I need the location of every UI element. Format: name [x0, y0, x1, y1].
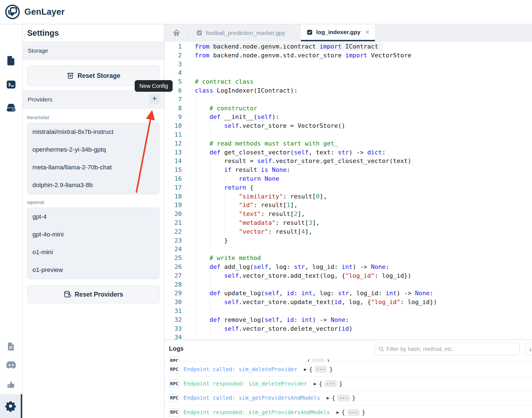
code-line: 6class LogIndexer(IContract): — [165, 86, 532, 95]
model-item[interactable]: o1-preview — [27, 261, 159, 279]
model-item[interactable]: o1-mini — [27, 243, 159, 261]
line-number: 33 — [165, 324, 187, 333]
log-message: Endpoint responded: sim_getProvidersAndM… — [183, 409, 330, 416]
files-icon[interactable] — [0, 55, 22, 67]
log-row[interactable]: RPCEndpoint responded: sim_deleteProvide… — [165, 377, 532, 391]
code-line: 5# contract class — [165, 77, 532, 86]
log-row[interactable]: RPCEndpoint called: sim_deleteProvider▶{… — [165, 362, 532, 377]
add-provider-button[interactable]: + — [150, 94, 160, 104]
ellipsis-button[interactable]: ... — [312, 359, 324, 362]
icon-rail — [0, 24, 23, 418]
code-line: 34 — [165, 333, 532, 340]
line-number: 29 — [165, 289, 187, 298]
top-bar: GenLayer — [0, 0, 532, 24]
logs-title: Logs — [169, 340, 184, 357]
code-line: 9 def __init__(self): — [165, 113, 532, 121]
code-line: 32 def remove_log(self, id: int) -> None… — [165, 315, 532, 324]
open-brace: { — [332, 394, 335, 401]
code-line: 20 "text": result[2], — [165, 210, 532, 218]
genlayer-studio: GenLayer Se — [0, 0, 532, 418]
line-number: 28 — [165, 280, 187, 289]
code-line: 11 — [165, 130, 532, 139]
provider-group-label: heuristai — [27, 114, 160, 121]
code-line: 2from backend.node.genvm.std.vector_stor… — [165, 51, 532, 60]
logs-panel: Logs ↓↑ RPC { ... } RPCEndpoint called: … — [165, 340, 532, 418]
line-number: 32 — [165, 315, 187, 324]
line-number: 21 — [165, 218, 187, 227]
file-check-icon — [196, 30, 203, 36]
docs-icon[interactable] — [0, 341, 22, 351]
log-row[interactable]: RPCEndpoint called: sim_getProvidersAndM… — [165, 391, 532, 406]
model-item[interactable]: gpt-4 — [27, 208, 159, 226]
rpc-badge: RPC — [169, 356, 180, 362]
thumbsup-icon[interactable] — [0, 380, 22, 390]
ellipsis-button[interactable]: ... — [337, 395, 350, 401]
log-filter-input[interactable] — [387, 346, 516, 352]
ellipsis-button[interactable]: ... — [315, 366, 327, 373]
rpc-badge: RPC — [169, 379, 180, 388]
code-line: 29 def update_log(self, id: int, log: st… — [165, 289, 532, 298]
expand-arrow-icon[interactable]: ▶ — [327, 396, 329, 400]
open-brace: { — [319, 380, 322, 387]
expand-arrow-icon[interactable]: ▶ — [304, 367, 307, 371]
ellipsis-button[interactable]: ... — [347, 409, 360, 416]
settings-gear-active[interactable] — [0, 394, 22, 418]
model-item[interactable]: dolphin-2.9-llama3-8b — [27, 176, 159, 194]
line-number: 2 — [165, 51, 187, 60]
line-number: 8 — [165, 104, 187, 113]
line-number: 31 — [165, 307, 187, 315]
log-row-clipped: RPC { ... } — [165, 355, 532, 362]
rpc-badge: RPC — [169, 394, 180, 402]
tab-label: football_prediction_market.gpy — [206, 30, 285, 36]
tab-label: log_indexer.gpy — [316, 29, 360, 35]
ellipsis-button[interactable]: ... — [324, 380, 337, 387]
code-line: 1from backend.node.genvm.icontract impor… — [165, 42, 532, 51]
tab-log-indexer[interactable]: log_indexer.gpy × — [301, 24, 375, 41]
code-line: 13 def get_closest_vector(self, text: st… — [165, 148, 532, 157]
code-area[interactable]: 1from backend.node.genvm.icontract impor… — [165, 42, 532, 340]
model-item[interactable]: meta-llama/llama-2-70b-chat — [27, 159, 159, 176]
code-line: 23 } — [165, 236, 532, 245]
log-filter — [375, 343, 520, 355]
reset-providers-button[interactable]: Reset Providers — [27, 286, 160, 303]
line-number: 17 — [165, 183, 187, 192]
log-message: Endpoint responded: sim_deleteProvider — [183, 381, 307, 387]
tab-football-prediction-market[interactable]: football_prediction_market.gpy — [188, 24, 293, 41]
expand-arrow-icon[interactable]: ▶ — [336, 410, 339, 414]
close-brace: } — [352, 394, 355, 401]
harddrive-icon[interactable] — [0, 102, 22, 113]
sort-button[interactable]: ↓↑ — [525, 343, 532, 355]
code-line: 8 # constructor — [165, 104, 532, 113]
expand-arrow-icon[interactable]: ▶ — [314, 382, 316, 386]
terminal-icon[interactable] — [0, 79, 22, 90]
brand-name: GenLayer — [24, 7, 65, 17]
code-line: 4 — [165, 68, 532, 77]
code-line: 27 self.vector_store.add_text(log, {"log… — [165, 271, 532, 280]
rpc-badge: RPC — [169, 365, 180, 373]
model-card: gpt-4gpt-4o-minio1-minio1-preview — [27, 208, 160, 279]
line-number: 12 — [165, 139, 187, 148]
log-row[interactable]: RPCEndpoint responded: sim_getProvidersA… — [165, 405, 532, 418]
provider-group-label: openai — [27, 199, 160, 205]
home-tab[interactable] — [165, 24, 188, 41]
model-item[interactable]: mistralai/mixtral-8x7b-instruct — [27, 123, 159, 141]
model-item[interactable]: gpt-4o-mini — [27, 226, 159, 243]
database-reset-icon — [63, 290, 71, 298]
code-line: 10 self.vector_store = VectorStore() — [165, 121, 532, 130]
line-number: 24 — [165, 245, 187, 254]
model-item[interactable]: openhermes-2-yi-34b-gptq — [27, 141, 159, 159]
line-number: 25 — [165, 254, 187, 262]
provider-groups: heuristaimistralai/mixtral-8x7b-instruct… — [27, 114, 160, 284]
providers-section-header: Providers + — [23, 90, 164, 109]
line-number: 11 — [165, 130, 187, 139]
line-number: 20 — [165, 210, 187, 218]
reset-providers-label: Reset Providers — [75, 291, 123, 298]
storage-label: Storage — [28, 47, 48, 54]
log-message: Endpoint called: sim_deleteProvider — [183, 366, 297, 373]
line-number: 30 — [165, 298, 187, 307]
model-card: mistralai/mixtral-8x7b-instructopenherme… — [27, 123, 160, 194]
close-icon[interactable]: × — [365, 28, 369, 36]
line-number: 7 — [165, 95, 187, 104]
log-message: Endpoint called: sim_getProvidersAndMode… — [183, 395, 320, 401]
discord-icon[interactable] — [0, 360, 22, 370]
